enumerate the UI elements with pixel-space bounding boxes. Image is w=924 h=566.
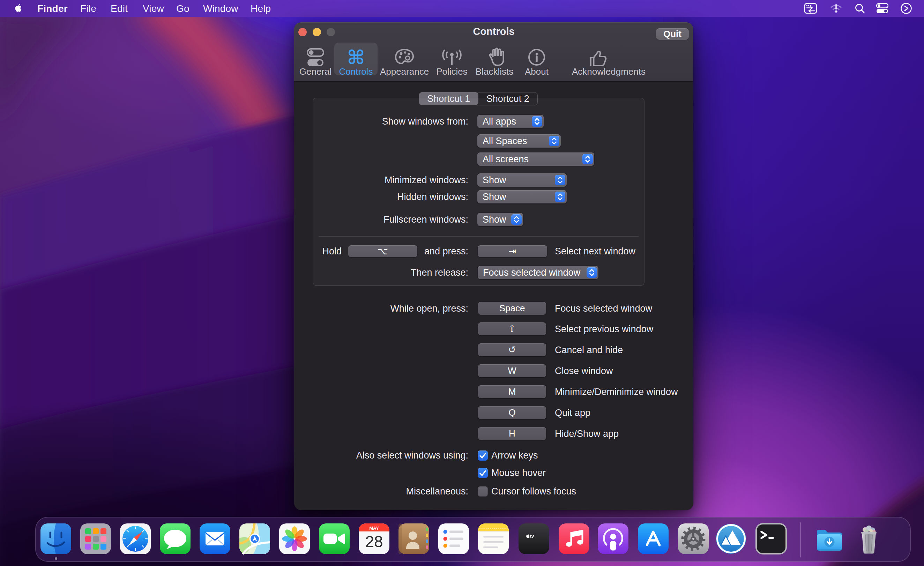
action-quit-app: Quit app (555, 406, 590, 419)
menu-app-name[interactable]: Finder (38, 0, 68, 17)
action-focus-selected-window: Focus selected window (555, 302, 652, 315)
dock-icon-photos[interactable] (279, 523, 310, 555)
quit-button[interactable]: Quit (656, 28, 689, 40)
dock-icon-downloads[interactable] (813, 523, 846, 555)
minimized-windows-label: Minimized windows: (384, 173, 468, 187)
popup-stepper-icon (555, 175, 565, 185)
svg-text:MAY: MAY (369, 525, 379, 531)
hand-icon (484, 47, 505, 68)
dock-icon-trash[interactable] (853, 523, 885, 555)
dock-icon-facetime[interactable] (318, 523, 350, 555)
mouse-hover-checkbox[interactable] (478, 468, 488, 478)
then-release-popup[interactable]: Focus selected window (478, 266, 598, 279)
dock-icon-finder[interactable] (40, 523, 72, 555)
key-shift[interactable]: ⇧ (478, 323, 546, 335)
popup-stepper-icon (511, 214, 522, 225)
dock: MAY 28 (35, 517, 911, 562)
key-w[interactable]: W (478, 364, 546, 377)
dock-icon-podcasts[interactable] (597, 523, 629, 555)
hold-modifier-key-recorder[interactable]: ⌥ (348, 245, 417, 257)
cursor-follows-focus-label: Cursor follows focus (491, 485, 576, 498)
then-release-label: Then release: (411, 266, 468, 279)
toolbar-item-acknowledgments[interactable]: Acknowledgments (572, 47, 624, 83)
dock-icon-notes[interactable] (477, 523, 510, 555)
dock-icon-maps[interactable] (238, 523, 271, 555)
dock-icon-messages[interactable] (159, 523, 191, 555)
info-icon (526, 47, 547, 68)
antenna-icon (441, 47, 463, 68)
dock-icon-reminders[interactable] (438, 523, 470, 555)
arrow-keys-checkbox[interactable] (478, 450, 488, 461)
space-scope-popup[interactable]: All Spaces (477, 134, 561, 148)
fullscreen-windows-label: Fullscreen windows: (384, 213, 468, 226)
menu-bar: Finder File Edit View Go Window Help (0, 0, 924, 17)
dock-icon-app-cleaner[interactable] (715, 523, 747, 555)
and-press-label: and press: (424, 245, 468, 258)
groupbox-divider (319, 236, 639, 237)
trigger-key-recorder[interactable]: ⇥ (478, 245, 547, 257)
screen-scope-popup[interactable]: All screens (477, 153, 594, 166)
key-space[interactable]: Space (478, 302, 546, 315)
palette-icon (394, 47, 415, 68)
toolbar-item-controls[interactable]: ⌘ Controls (330, 47, 382, 83)
wifi-warning-icon[interactable] (829, 3, 843, 14)
key-m[interactable]: M (478, 385, 546, 398)
window-header[interactable]: Controls Quit General ⌘ Cont (294, 23, 693, 82)
key-h[interactable]: H (478, 427, 546, 440)
select-next-window-label: Select next window (555, 245, 635, 258)
apple-menu-icon[interactable] (14, 3, 23, 14)
dock-separator (800, 522, 801, 557)
session-chevron-icon[interactable] (900, 3, 912, 14)
dock-icon-calendar[interactable]: MAY 28 (358, 523, 390, 555)
desktop: Finder File Edit View Go Window Help (0, 0, 924, 566)
also-select-label: Also select windows using: (356, 449, 468, 462)
mouse-hover-label: Mouse hover (491, 466, 546, 479)
dock-icon-safari[interactable] (119, 523, 152, 555)
dock-icon-launchpad[interactable] (80, 523, 112, 555)
menu-window[interactable]: Window (203, 0, 238, 17)
menu-help[interactable]: Help (250, 0, 271, 17)
dock-icon-tv[interactable]: tv (518, 523, 550, 555)
dock-icon-music[interactable] (558, 523, 590, 555)
menu-edit[interactable]: Edit (111, 0, 128, 17)
app-scope-popup[interactable]: All apps (477, 115, 544, 128)
action-hide-show-app: Hide/Show app (555, 427, 619, 440)
hold-label: Hold (322, 245, 342, 258)
dock-icon-terminal[interactable] (755, 523, 787, 555)
menu-view[interactable]: View (143, 0, 164, 17)
toolbar-item-about[interactable]: About (510, 47, 563, 83)
dock-icon-mail[interactable] (199, 523, 231, 555)
screen-mirroring-icon[interactable] (804, 3, 817, 14)
checkmark-icon (478, 468, 488, 478)
toolbar-item-appearance[interactable]: Appearance (378, 47, 430, 83)
alttab-preferences-window: Controls Quit General ⌘ Cont (294, 23, 693, 510)
svg-text:⌘: ⌘ (347, 47, 365, 68)
popup-stepper-icon (532, 116, 542, 127)
control-center-icon[interactable] (876, 3, 889, 14)
show-windows-from-label: Show windows from: (382, 115, 468, 128)
spotlight-icon[interactable] (854, 3, 866, 14)
command-icon: ⌘ (346, 47, 366, 68)
svg-text:28: 28 (365, 533, 383, 551)
dock-icon-system-preferences[interactable] (677, 523, 710, 555)
popup-stepper-icon (586, 267, 597, 278)
miscellaneous-label: Miscellaneous: (406, 485, 468, 498)
cursor-follows-focus-checkbox[interactable] (478, 486, 488, 497)
menu-file[interactable]: File (80, 0, 96, 17)
key-escape[interactable]: ↺ (478, 343, 546, 356)
dock-icon-app-store[interactable] (637, 523, 669, 555)
finder-running-indicator (55, 557, 57, 560)
toggles-icon (306, 47, 325, 68)
hidden-windows-label: Hidden windows: (397, 190, 468, 203)
menu-go[interactable]: Go (176, 0, 189, 17)
minimized-windows-popup[interactable]: Show (477, 173, 567, 187)
dock-icon-contacts[interactable] (398, 523, 430, 555)
thumbs-up-icon (587, 47, 609, 68)
hidden-windows-popup[interactable]: Show (477, 190, 567, 203)
popup-stepper-icon (555, 192, 565, 202)
action-cancel-and-hide: Cancel and hide (555, 343, 623, 357)
key-q[interactable]: Q (478, 406, 546, 419)
svg-text:tv: tv (530, 533, 534, 539)
action-select-previous-window: Select previous window (555, 323, 653, 336)
fullscreen-windows-popup[interactable]: Show (477, 213, 523, 226)
